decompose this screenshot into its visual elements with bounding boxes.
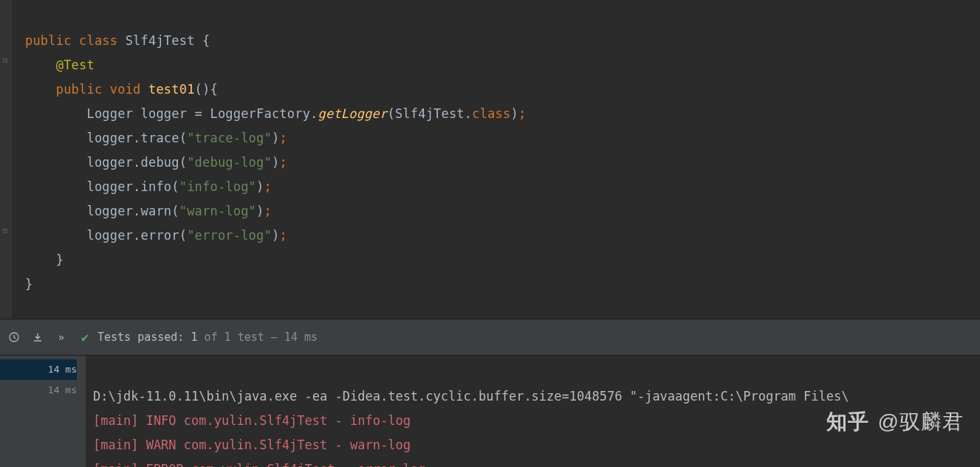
code-text: ) <box>272 155 279 170</box>
code-editor[interactable]: ⊟ ⊟ public class Slf4jTest { @Test publi… <box>0 0 980 319</box>
fold-icon[interactable]: ⊟ <box>1 56 10 65</box>
keyword: class <box>472 106 510 121</box>
parens: (){ <box>195 82 218 97</box>
code-text: logger.error( <box>86 228 187 243</box>
tests-passed-label: Tests passed: 1 of 1 test – 14 ms <box>97 331 318 344</box>
editor-gutter: ⊟ ⊟ <box>0 0 12 319</box>
tree-row-selected[interactable]: 14 ms <box>0 359 77 380</box>
test-toolbar: » ✔ Tests passed: 1 of 1 test – 14 ms <box>0 319 980 356</box>
semicolon: ; <box>518 106 526 121</box>
console-line-stderr: [main] ERROR com.yulin.Slf4jTest - error… <box>93 462 425 467</box>
brace: } <box>56 252 64 267</box>
keyword: class <box>79 33 117 48</box>
annotation: @Test <box>56 58 95 72</box>
code-text: logger.trace( <box>86 131 187 145</box>
test-body: 14 ms 14 ms D:\jdk-11.0.11\bin\java.exe … <box>0 356 980 467</box>
brace: { <box>202 33 210 48</box>
code-text: ) <box>272 228 279 243</box>
code-text: Logger logger = LoggerFactory. <box>86 106 318 121</box>
code-text: ) <box>256 179 264 194</box>
string-literal: "warn-log" <box>179 204 256 218</box>
tree-row[interactable]: 14 ms <box>0 380 77 401</box>
static-method: getLogger <box>318 106 388 121</box>
expand-icon[interactable]: » <box>55 331 68 344</box>
code-text: ) <box>510 106 518 121</box>
keyword: void <box>110 82 141 97</box>
semicolon: ; <box>264 204 272 218</box>
code-text: logger.info( <box>86 179 179 194</box>
fold-icon[interactable]: ⊟ <box>1 226 10 235</box>
string-literal: "debug-log" <box>187 155 272 170</box>
semicolon: ; <box>279 228 287 243</box>
string-literal: "error-log" <box>187 228 272 243</box>
string-literal: "trace-log" <box>187 131 272 145</box>
code-text: ) <box>256 204 264 218</box>
console-line: D:\jdk-11.0.11\bin\java.exe -ea -Didea.t… <box>93 389 849 404</box>
test-tree[interactable]: 14 ms 14 ms <box>0 356 86 467</box>
code-text: ) <box>272 131 279 145</box>
code-text: logger.debug( <box>86 155 187 170</box>
method-name: test01 <box>148 82 195 97</box>
semicolon: ; <box>279 155 287 170</box>
import-icon[interactable] <box>31 331 44 344</box>
semicolon: ; <box>264 179 272 194</box>
string-literal: "info-log" <box>179 179 256 194</box>
brace: } <box>25 277 32 291</box>
code-text: logger.warn( <box>86 204 179 218</box>
passed-suffix: of 1 test – 14 ms <box>197 331 318 344</box>
class-name: Slf4jTest <box>126 33 195 48</box>
passed-prefix: Tests passed: <box>97 331 191 344</box>
history-icon[interactable] <box>7 331 21 344</box>
check-icon: ✔ <box>78 331 92 344</box>
code-text: (Slf4jTest. <box>387 106 472 121</box>
semicolon: ; <box>279 131 287 145</box>
console-line-stderr: [main] WARN com.yulin.Slf4jTest - warn-l… <box>93 437 411 452</box>
test-run-panel: » ✔ Tests passed: 1 of 1 test – 14 ms 14… <box>0 319 980 467</box>
keyword: public <box>56 82 103 97</box>
keyword: public <box>25 33 72 48</box>
console-output[interactable]: D:\jdk-11.0.11\bin\java.exe -ea -Didea.t… <box>86 356 980 467</box>
console-line-stderr: [main] INFO com.yulin.Slf4jTest - info-l… <box>93 413 411 428</box>
code-content[interactable]: public class Slf4jTest { @Test public vo… <box>12 0 539 319</box>
